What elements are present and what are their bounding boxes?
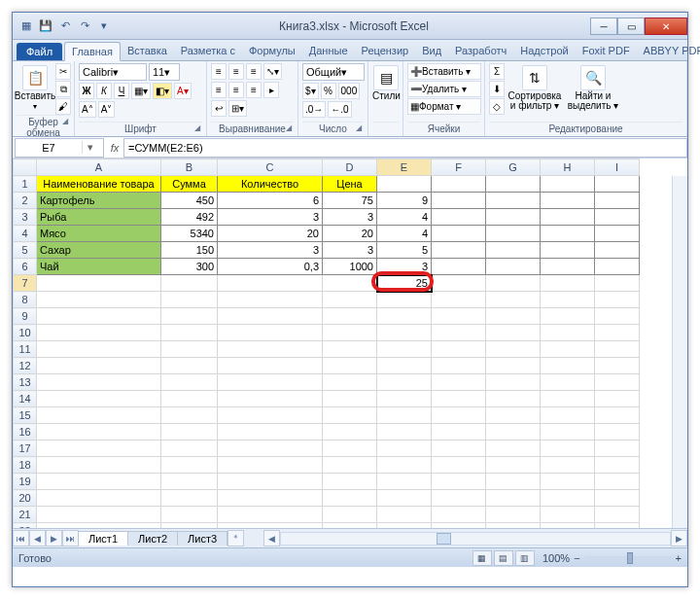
redo-icon[interactable]: ↷ xyxy=(77,18,92,34)
cell-E8[interactable] xyxy=(377,292,432,308)
cell-I4[interactable] xyxy=(595,226,640,242)
cell-D10[interactable] xyxy=(323,325,377,341)
align-right-button[interactable]: ≡ xyxy=(246,82,262,98)
new-sheet-button[interactable]: ＊ xyxy=(228,530,244,546)
currency-button[interactable]: $▾ xyxy=(302,83,319,99)
cell-D2[interactable]: 75 xyxy=(323,193,377,209)
shrink-font-button[interactable]: A˅ xyxy=(98,101,116,118)
decrease-decimal-button[interactable]: ←.0 xyxy=(328,101,351,118)
cell-C6[interactable]: 0,3 xyxy=(218,259,323,275)
cell-A11[interactable] xyxy=(37,341,161,358)
cell-H16[interactable] xyxy=(541,424,595,440)
cell-F2[interactable] xyxy=(432,193,486,209)
cell-D6[interactable]: 1000 xyxy=(323,259,377,275)
row-header-5[interactable]: 5 xyxy=(14,242,37,259)
worksheet-grid[interactable]: ABCDEFGHI1Наименование товараСуммаКоличе… xyxy=(13,159,687,528)
cell-E4[interactable]: 4 xyxy=(377,226,432,242)
cell-D15[interactable] xyxy=(323,407,377,424)
sheet-tab-Лист3[interactable]: Лист3 xyxy=(177,531,228,546)
row-header-8[interactable]: 8 xyxy=(14,292,37,308)
cell-H13[interactable] xyxy=(541,374,595,391)
cell-C22[interactable] xyxy=(218,523,323,529)
cell-F21[interactable] xyxy=(432,507,486,523)
cell-F5[interactable] xyxy=(432,242,486,259)
cell-F1[interactable] xyxy=(432,176,486,193)
cell-I21[interactable] xyxy=(595,507,640,523)
align-left-button[interactable]: ≡ xyxy=(211,82,227,98)
cell-A21[interactable] xyxy=(37,507,161,523)
cell-F13[interactable] xyxy=(432,374,486,391)
cell-G11[interactable] xyxy=(486,341,541,358)
cell-H1[interactable] xyxy=(541,176,595,193)
clear-button[interactable]: ◇ xyxy=(489,98,505,115)
align-middle-button[interactable]: ≡ xyxy=(228,63,244,80)
cell-G15[interactable] xyxy=(486,407,541,424)
cell-A9[interactable] xyxy=(37,308,161,325)
cell-I10[interactable] xyxy=(595,325,640,341)
indent-button[interactable]: ▸ xyxy=(263,82,279,98)
cell-B1[interactable]: Сумма xyxy=(161,176,218,193)
row-header-17[interactable]: 17 xyxy=(14,440,37,457)
col-header-C[interactable]: C xyxy=(218,159,323,176)
cell-D14[interactable] xyxy=(323,391,377,407)
italic-button[interactable]: К xyxy=(96,83,112,99)
row-header-2[interactable]: 2 xyxy=(14,193,37,209)
cell-A18[interactable] xyxy=(37,457,161,474)
cell-B13[interactable] xyxy=(161,374,218,391)
row-header-11[interactable]: 11 xyxy=(14,341,37,358)
cell-F6[interactable] xyxy=(432,259,486,275)
cell-I8[interactable] xyxy=(595,292,640,308)
wrap-text-button[interactable]: ↩ xyxy=(211,100,227,117)
cell-G12[interactable] xyxy=(486,358,541,374)
cell-H3[interactable] xyxy=(541,209,595,226)
cell-A20[interactable] xyxy=(37,490,161,507)
tab-Вид[interactable]: Вид xyxy=(415,42,448,60)
cell-F18[interactable] xyxy=(432,457,486,474)
cell-F20[interactable] xyxy=(432,490,486,507)
tab-file[interactable]: Файл xyxy=(17,43,62,60)
cell-B9[interactable] xyxy=(161,308,218,325)
cell-E7[interactable]: 25 xyxy=(377,275,432,292)
row-header-19[interactable]: 19 xyxy=(14,474,37,490)
cell-A16[interactable] xyxy=(37,424,161,440)
tab-Рецензир[interactable]: Рецензир xyxy=(355,42,416,60)
row-header-12[interactable]: 12 xyxy=(14,358,37,374)
zoom-slider[interactable] xyxy=(584,556,672,560)
cell-A6[interactable]: Чай xyxy=(37,259,161,275)
undo-icon[interactable]: ↶ xyxy=(57,18,73,34)
col-header-G[interactable]: G xyxy=(486,159,541,176)
increase-decimal-button[interactable]: .0→ xyxy=(302,101,326,118)
cell-I7[interactable] xyxy=(595,275,640,292)
cell-C19[interactable] xyxy=(218,474,323,490)
cell-H6[interactable] xyxy=(541,259,595,275)
cell-E12[interactable] xyxy=(377,358,432,374)
cell-H2[interactable] xyxy=(541,193,595,209)
cell-D8[interactable] xyxy=(323,292,377,308)
row-header-20[interactable]: 20 xyxy=(14,490,37,507)
cell-F8[interactable] xyxy=(432,292,486,308)
cell-A7[interactable] xyxy=(37,275,161,292)
cell-B21[interactable] xyxy=(161,507,218,523)
cell-I14[interactable] xyxy=(595,391,640,407)
cell-E10[interactable] xyxy=(377,325,432,341)
page-break-view-button[interactable]: ▥ xyxy=(515,550,535,566)
sort-filter-button[interactable]: ⇅ Сортировка и фильтр ▾ xyxy=(507,63,563,111)
cell-G4[interactable] xyxy=(486,226,541,242)
find-select-button[interactable]: 🔍 Найти и выделить ▾ xyxy=(565,63,621,111)
cell-D5[interactable]: 3 xyxy=(323,242,377,259)
tab-ABBYY PDF[interactable]: ABBYY PDF xyxy=(637,42,700,60)
align-top-button[interactable]: ≡ xyxy=(211,63,227,80)
cell-G22[interactable] xyxy=(486,523,541,529)
cell-D7[interactable] xyxy=(323,275,377,292)
cell-E14[interactable] xyxy=(377,391,432,407)
styles-button[interactable]: ▤ Стили xyxy=(372,63,401,101)
cell-G8[interactable] xyxy=(486,292,541,308)
font-color-button[interactable]: A▾ xyxy=(174,83,192,99)
row-header-18[interactable]: 18 xyxy=(14,457,37,474)
cell-B12[interactable] xyxy=(161,358,218,374)
cell-H11[interactable] xyxy=(541,341,595,358)
cell-B19[interactable] xyxy=(161,474,218,490)
cell-B22[interactable] xyxy=(161,523,218,529)
cell-G9[interactable] xyxy=(486,308,541,325)
cell-F12[interactable] xyxy=(432,358,486,374)
